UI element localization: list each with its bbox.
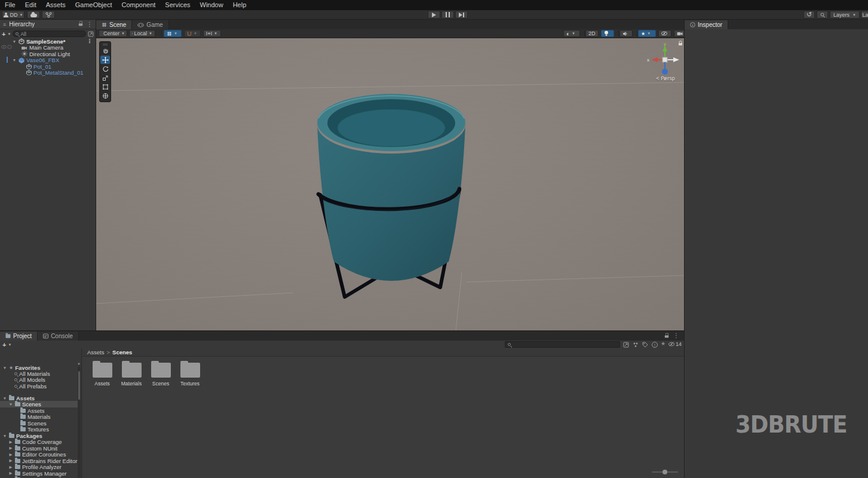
add-object-button[interactable]: + bbox=[2, 30, 5, 38]
snap-toggle[interactable]: ▼ bbox=[184, 30, 201, 37]
thumbnail-zoom-slider[interactable] bbox=[652, 470, 678, 474]
kebab-menu-icon[interactable]: ⋮ bbox=[87, 38, 93, 44]
pivot-mode-dropdown[interactable]: Center ▼ bbox=[99, 30, 127, 37]
menu-edit[interactable]: Edit bbox=[20, 0, 41, 10]
tree-scrollbar[interactable] bbox=[78, 366, 81, 478]
rotate-tool[interactable] bbox=[100, 65, 110, 73]
version-control-button[interactable] bbox=[42, 11, 55, 19]
projection-toggle[interactable]: < Persp bbox=[645, 75, 684, 81]
package-item[interactable]: ▶JetBrains Rider Editor bbox=[8, 458, 77, 464]
menu-assets[interactable]: Assets bbox=[41, 0, 70, 10]
scene-visibility-toggle[interactable] bbox=[658, 30, 671, 37]
scale-tool[interactable] bbox=[100, 73, 110, 82]
package-item[interactable]: ▶Editor Coroutines bbox=[8, 452, 66, 458]
foldout-icon[interactable]: ▶ bbox=[8, 440, 13, 445]
save-search-star-icon[interactable]: ★ bbox=[661, 341, 665, 347]
effects-dropdown[interactable]: ★ ▼ bbox=[638, 30, 656, 37]
rect-tool[interactable] bbox=[100, 82, 110, 91]
cloud-button[interactable] bbox=[27, 11, 40, 19]
layout-dropdown[interactable]: La bbox=[861, 11, 868, 19]
foldout-icon[interactable]: ▶ bbox=[8, 471, 13, 476]
palette-drag-handle[interactable] bbox=[100, 43, 110, 46]
menu-services[interactable]: Services bbox=[160, 0, 195, 10]
menu-file[interactable]: File bbox=[0, 0, 20, 10]
step-button[interactable] bbox=[455, 11, 468, 19]
audio-toggle[interactable] bbox=[619, 30, 633, 37]
package-item[interactable]: ▶Profile Analyzer bbox=[8, 464, 62, 471]
hierarchy-item-main-camera[interactable]: Main Camera bbox=[22, 45, 63, 51]
scene-visibility-eye-icon[interactable] bbox=[1, 45, 7, 49]
breadcrumb-root[interactable]: Assets bbox=[87, 349, 105, 356]
global-search-button[interactable] bbox=[817, 11, 828, 19]
tree-subfolder-materials[interactable]: Materials bbox=[20, 414, 51, 421]
favorite-all-models[interactable]: All Models bbox=[14, 377, 45, 384]
slider-thumb[interactable] bbox=[662, 470, 667, 474]
hierarchy-item-pot-metalstand-01[interactable]: Pot_MetalStand_01 bbox=[26, 70, 83, 76]
transform-tool[interactable] bbox=[100, 91, 110, 100]
foldout-icon[interactable]: ▼ bbox=[2, 396, 7, 400]
snap-increment-dropdown[interactable]: ▼ bbox=[203, 30, 221, 37]
foldout-icon[interactable]: ▶ bbox=[8, 452, 13, 457]
lighting-toggle[interactable] bbox=[601, 30, 614, 37]
scene-canvas[interactable]: y x z < Persp bbox=[96, 38, 684, 330]
2d-toggle[interactable]: 2D bbox=[585, 30, 599, 37]
packages-root[interactable]: ▼ Packages bbox=[2, 433, 42, 439]
foldout-icon[interactable]: ▶ bbox=[8, 465, 13, 470]
foldout-icon[interactable]: ▼ bbox=[2, 434, 7, 438]
lock-icon[interactable] bbox=[665, 334, 668, 338]
asset-folder-assets[interactable]: Assets bbox=[88, 363, 116, 387]
package-item[interactable]: ▶Custom NUnit bbox=[8, 445, 57, 452]
project-search-input[interactable] bbox=[505, 341, 620, 348]
search-by-type-icon[interactable] bbox=[623, 342, 629, 348]
asset-folder-materials[interactable]: Materials bbox=[118, 363, 145, 387]
menu-help[interactable]: Help bbox=[228, 0, 251, 10]
hierarchy-item-vase06-fbx[interactable]: ▼ Vase06_FBX bbox=[12, 57, 59, 64]
hierarchy-item-directional-light[interactable]: Directional Light bbox=[22, 51, 70, 57]
hand-tool[interactable] bbox=[100, 47, 110, 55]
tree-subfolder-assets[interactable]: Assets bbox=[20, 407, 45, 414]
hierarchy-search-input[interactable]: All bbox=[13, 30, 86, 37]
account-dropdown[interactable]: DD ▼ bbox=[2, 11, 24, 19]
kebab-menu-icon[interactable]: ⋮ bbox=[673, 333, 679, 339]
chevron-down-icon[interactable]: ▼ bbox=[8, 343, 11, 347]
foldout-icon[interactable]: ▼ bbox=[8, 402, 13, 406]
draw-mode-dropdown[interactable]: ◐ ▼ bbox=[563, 30, 580, 37]
favorite-all-prefabs[interactable]: All Prefabs bbox=[14, 383, 47, 390]
tab-scene[interactable]: Scene bbox=[96, 20, 132, 29]
play-button[interactable] bbox=[428, 11, 440, 19]
menu-component[interactable]: Component bbox=[116, 0, 160, 10]
menu-gameobject[interactable]: GameObject bbox=[70, 0, 117, 10]
package-item[interactable]: ▶Settings Manager bbox=[8, 470, 66, 477]
importance-filter-icon[interactable]: ! bbox=[652, 342, 658, 348]
hierarchy-item-scene[interactable]: ▼ SampleScene* ⋮ bbox=[12, 38, 65, 45]
move-tool[interactable] bbox=[100, 56, 110, 64]
foldout-icon[interactable]: ▼ bbox=[12, 39, 17, 44]
tab-inspector[interactable]: Inspector bbox=[685, 20, 728, 29]
pause-button[interactable] bbox=[441, 11, 454, 19]
asset-folder-scenes[interactable]: Scenes bbox=[147, 363, 174, 387]
foldout-icon[interactable]: ▼ bbox=[12, 58, 17, 62]
orientation-dropdown[interactable]: Local ▼ bbox=[129, 30, 155, 37]
tab-console[interactable]: Console bbox=[38, 332, 79, 341]
menu-window[interactable]: Window bbox=[195, 0, 228, 10]
foldout-icon[interactable]: ▶ bbox=[8, 446, 13, 451]
asset-folder-textures[interactable]: Textures bbox=[176, 363, 204, 387]
undo-history-button[interactable]: ↺ bbox=[803, 11, 815, 19]
scroll-up-icon[interactable]: ▲ bbox=[77, 361, 81, 365]
chevron-down-icon[interactable]: ▼ bbox=[7, 32, 11, 36]
add-asset-button[interactable]: + bbox=[2, 341, 6, 348]
hierarchy-item-pot-01[interactable]: Pot_01 bbox=[26, 63, 51, 70]
hidden-assets-counter[interactable]: 14 bbox=[668, 341, 682, 347]
search-window-icon[interactable] bbox=[88, 31, 94, 37]
hamburger-icon[interactable]: ≡ bbox=[3, 22, 6, 27]
package-item[interactable]: ▶Code Coverage bbox=[8, 439, 62, 446]
foldout-icon[interactable]: ▶ bbox=[8, 458, 13, 463]
breadcrumb-current[interactable]: Scenes bbox=[112, 349, 132, 356]
search-by-label-icon[interactable] bbox=[642, 342, 648, 348]
tree-folder-scenes[interactable]: ▼ Scenes bbox=[8, 402, 41, 408]
tree-subfolder-scenes[interactable]: Scenes bbox=[20, 420, 47, 427]
tree-subfolder-textures[interactable]: Textures bbox=[20, 427, 49, 433]
lock-icon[interactable] bbox=[79, 23, 82, 26]
scene-pickability-icon[interactable] bbox=[7, 45, 12, 49]
tab-project[interactable]: Project bbox=[0, 332, 38, 341]
